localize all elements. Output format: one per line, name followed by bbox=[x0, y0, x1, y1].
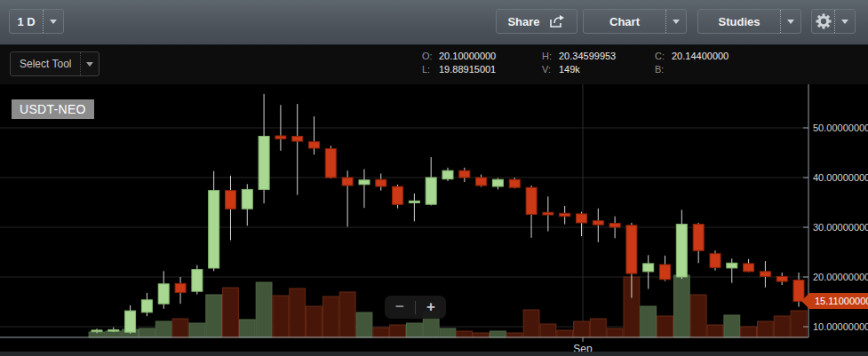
zoom-out-button[interactable]: − bbox=[385, 296, 415, 319]
ohlc-open: O:20.10000000 bbox=[422, 51, 496, 62]
interval-caret[interactable] bbox=[43, 10, 63, 33]
share-label: Share bbox=[507, 15, 539, 28]
zoom-controls: − + bbox=[385, 296, 446, 319]
svg-text:20.00000000: 20.00000000 bbox=[813, 272, 868, 282]
interval-button[interactable]: 1 D bbox=[9, 9, 64, 34]
chevron-down-icon bbox=[50, 20, 57, 24]
current-price-label: 15.11000000 bbox=[815, 296, 868, 306]
interval-label: 1 D bbox=[10, 10, 43, 33]
current-price-badge: 15.11000000 bbox=[809, 293, 868, 309]
svg-text:10.00000000: 10.00000000 bbox=[813, 321, 868, 332]
trading-chart-app: 1 D Share Chart Studies bbox=[0, 0, 868, 356]
svg-text:50.00000000: 50.00000000 bbox=[813, 123, 868, 133]
chart-type-label: Chart bbox=[584, 10, 665, 33]
settings-button[interactable] bbox=[811, 9, 856, 34]
studies-label: Studies bbox=[698, 10, 780, 33]
chart-area: 50.0000000040.0000000030.0000000020.0000… bbox=[0, 84, 868, 356]
share-button[interactable]: Share bbox=[496, 9, 577, 34]
ohlc-bid: B: bbox=[655, 64, 672, 75]
ohlc-volume: V:149k bbox=[542, 64, 580, 75]
chevron-down-icon bbox=[841, 20, 848, 24]
select-tool-button[interactable]: Select Tool bbox=[10, 51, 100, 76]
bottom-strip bbox=[0, 352, 868, 356]
share-icon bbox=[549, 14, 566, 28]
ohlc-high: H:20.34599953 bbox=[542, 51, 616, 62]
ohlc-low: L:19.88915001 bbox=[422, 64, 496, 75]
chevron-down-icon bbox=[86, 62, 93, 67]
select-tool-caret[interactable] bbox=[80, 52, 99, 75]
chevron-down-icon bbox=[787, 20, 794, 24]
svg-text:30.00000000: 30.00000000 bbox=[813, 222, 868, 233]
gear-icon bbox=[816, 13, 832, 29]
ohlc-close: C:20.14400000 bbox=[655, 51, 729, 62]
chart-type-caret[interactable] bbox=[665, 10, 686, 33]
studies-button[interactable]: Studies bbox=[697, 9, 801, 34]
zoom-in-button[interactable]: + bbox=[416, 296, 446, 319]
top-toolbar: 1 D Share Chart Studies bbox=[0, 0, 868, 45]
drawing-toolbar: Select Tool O:20.10000000 L:19.88915001 … bbox=[0, 45, 868, 84]
symbol-badge: USDT-NEO bbox=[12, 99, 94, 119]
chart-type-button[interactable]: Chart bbox=[583, 9, 687, 34]
svg-text:40.00000000: 40.00000000 bbox=[813, 172, 868, 183]
studies-caret[interactable] bbox=[780, 10, 800, 33]
select-tool-label: Select Tool bbox=[11, 52, 80, 75]
settings-caret[interactable] bbox=[834, 10, 855, 33]
chevron-down-icon bbox=[673, 20, 680, 24]
